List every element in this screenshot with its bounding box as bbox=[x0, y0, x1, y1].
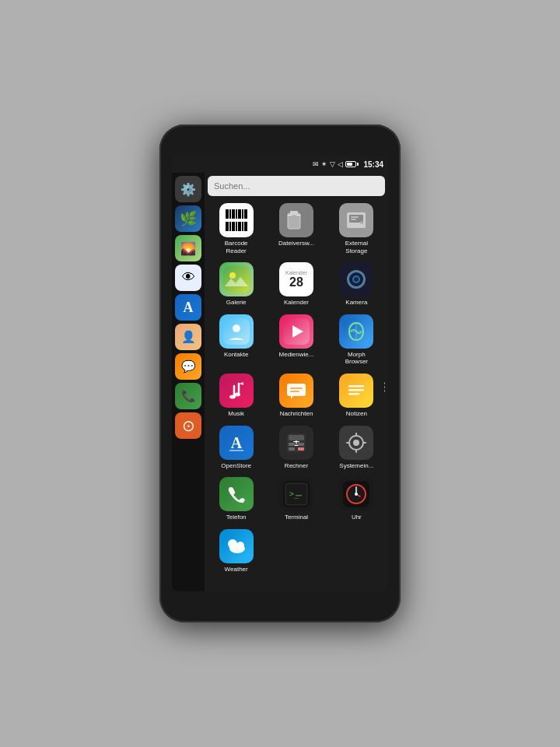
gallery-label: Galerie bbox=[226, 299, 247, 307]
browser-icon bbox=[339, 314, 373, 349]
openstore-icon: A bbox=[219, 426, 254, 460]
svg-rect-54 bbox=[346, 442, 350, 444]
svg-point-18 bbox=[360, 221, 363, 224]
svg-rect-14 bbox=[288, 213, 300, 229]
app-weather[interactable]: Weather bbox=[208, 527, 264, 576]
clock-label: Uhr bbox=[352, 514, 362, 521]
app-contacts[interactable]: Kontakte bbox=[208, 312, 264, 368]
terminal-label: Terminal bbox=[285, 514, 308, 521]
svg-rect-28 bbox=[223, 377, 250, 404]
sidebar-item-browser[interactable]: 🌿 bbox=[175, 205, 201, 232]
app-files[interactable]: Dateiversw... bbox=[268, 201, 324, 257]
app-notes[interactable]: Notizen bbox=[328, 371, 385, 420]
search-bar[interactable] bbox=[208, 176, 385, 196]
svg-point-65 bbox=[355, 493, 358, 496]
svg-rect-12 bbox=[242, 222, 243, 231]
camera-label: Kamera bbox=[345, 299, 367, 307]
messages-label: Nachrichten bbox=[280, 410, 313, 418]
svg-rect-7 bbox=[226, 222, 229, 231]
sidebar-item-gallery[interactable]: 🌄 bbox=[175, 235, 201, 261]
gallery-icon bbox=[219, 262, 254, 296]
svg-rect-4 bbox=[238, 209, 241, 219]
app-openstore[interactable]: A OpenStore bbox=[208, 423, 264, 472]
terminal-icon: >_ bbox=[279, 477, 313, 511]
external-storage-label: External Storage bbox=[335, 240, 377, 254]
svg-rect-9 bbox=[232, 222, 235, 231]
app-gallery[interactable]: Galerie bbox=[208, 260, 264, 309]
barcode-reader-icon bbox=[219, 203, 254, 237]
app-clock[interactable]: Uhr bbox=[328, 475, 385, 524]
notes-icon bbox=[339, 374, 373, 408]
sidebar-item-eye[interactable]: 👁 bbox=[175, 265, 201, 291]
svg-point-30 bbox=[234, 392, 240, 396]
app-calendar[interactable]: Kalender 28 Kalender bbox=[268, 260, 324, 309]
svg-rect-1 bbox=[229, 209, 231, 219]
app-terminal[interactable]: >_ Terminal bbox=[268, 475, 324, 524]
svg-rect-5 bbox=[242, 209, 243, 219]
notes-label: Notizen bbox=[346, 410, 367, 418]
svg-point-22 bbox=[229, 272, 236, 279]
svg-rect-44 bbox=[289, 435, 304, 440]
svg-rect-38 bbox=[348, 393, 359, 395]
svg-rect-60 bbox=[296, 495, 302, 496]
svg-rect-11 bbox=[238, 222, 241, 231]
volume-icon: ◁ bbox=[338, 160, 343, 168]
contacts-label: Kontakte bbox=[224, 351, 249, 359]
email-icon: ✉ bbox=[313, 160, 319, 168]
svg-rect-56 bbox=[223, 481, 250, 507]
media-label: Medienwie... bbox=[279, 351, 314, 359]
media-icon bbox=[279, 314, 313, 349]
camera-icon bbox=[339, 262, 373, 296]
calendar-label: Kalender bbox=[284, 299, 309, 307]
sidebar-item-phone[interactable]: 📞 bbox=[175, 383, 201, 409]
weather-icon bbox=[219, 529, 254, 563]
svg-rect-55 bbox=[362, 442, 366, 444]
app-messages[interactable]: Nachrichten bbox=[268, 371, 324, 420]
svg-rect-34 bbox=[290, 391, 299, 392]
files-label: Dateiversw... bbox=[278, 240, 314, 247]
app-grid-area: Barcode Reader Dateiversw... bbox=[205, 173, 388, 591]
svg-point-51 bbox=[353, 440, 359, 446]
external-storage-icon bbox=[339, 203, 373, 237]
search-input[interactable] bbox=[214, 181, 379, 191]
calculator-icon: ± bbox=[279, 426, 313, 460]
bluetooth-icon: ✴ bbox=[321, 160, 327, 168]
sidebar-item-settings[interactable]: ⚙️ bbox=[175, 176, 201, 202]
app-camera[interactable]: Kamera bbox=[328, 260, 385, 309]
main-area: ⚙️ 🌿 🌄 👁 A 👤 💬 📞 ⊙ bbox=[172, 173, 388, 591]
app-media[interactable]: Medienwie... bbox=[268, 312, 324, 368]
barcode-reader-label: Barcode Reader bbox=[215, 240, 257, 254]
svg-rect-8 bbox=[229, 222, 231, 231]
svg-rect-0 bbox=[226, 209, 229, 219]
app-browser[interactable]: Morph Browser bbox=[328, 312, 385, 368]
svg-point-24 bbox=[233, 324, 240, 332]
svg-rect-36 bbox=[348, 385, 364, 388]
sidebar-item-messages[interactable]: 💬 bbox=[175, 353, 201, 380]
sidebar-item-contacts[interactable]: 👤 bbox=[175, 324, 201, 350]
sidebar: ⚙️ 🌿 🌄 👁 A 👤 💬 📞 ⊙ bbox=[172, 173, 205, 591]
app-phone[interactable]: Telefon bbox=[208, 475, 264, 524]
svg-rect-3 bbox=[236, 209, 237, 219]
sidebar-item-openstore[interactable]: A bbox=[175, 294, 201, 321]
svg-rect-10 bbox=[236, 222, 237, 231]
svg-rect-33 bbox=[290, 388, 303, 389]
browser-label: Morph Browser bbox=[335, 351, 377, 366]
sidebar-item-ubuntu[interactable]: ⊙ bbox=[175, 412, 201, 439]
files-icon bbox=[279, 203, 313, 237]
app-barcode-reader[interactable]: Barcode Reader bbox=[208, 201, 264, 257]
app-calculator[interactable]: ± Rechner bbox=[268, 423, 324, 472]
svg-rect-19 bbox=[351, 216, 359, 218]
svg-text:>_: >_ bbox=[289, 489, 299, 499]
contacts-icon bbox=[219, 314, 254, 349]
svg-rect-47 bbox=[289, 447, 295, 451]
status-time: 15:34 bbox=[363, 160, 383, 169]
svg-rect-37 bbox=[348, 389, 364, 391]
svg-rect-52 bbox=[355, 433, 357, 437]
phone-icon bbox=[219, 477, 254, 511]
app-music[interactable]: Musik bbox=[208, 371, 264, 420]
calculator-label: Rechner bbox=[285, 462, 308, 470]
camera-lens bbox=[347, 270, 366, 289]
messages-icon bbox=[279, 374, 313, 408]
app-system-settings[interactable]: Systemein... bbox=[328, 423, 385, 472]
app-external-storage[interactable]: External Storage bbox=[328, 201, 385, 257]
